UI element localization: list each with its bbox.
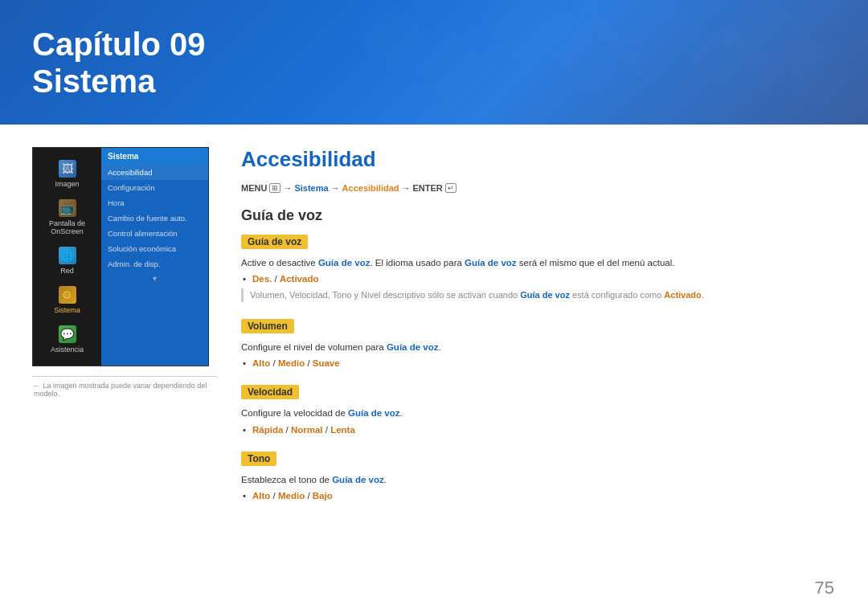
section-velocidad: Velocidad Configure la velocidad de Guía… bbox=[241, 384, 828, 434]
tv-menu-sidebar: 🖼 Imagen 📺 Pantalla de OnScreen 🌐 Red ⚙ … bbox=[33, 148, 208, 366]
menu-item-admin[interactable]: Admin. de disp. bbox=[101, 256, 208, 272]
volumen-description: Configure el nivel de volumen para Guía … bbox=[241, 340, 828, 354]
enter-icon: ↵ bbox=[445, 183, 457, 193]
guia-note: Volumen, Velocidad, Tono y Nivel descrip… bbox=[241, 288, 828, 302]
sidebar-item-label-asistencia: Asistencia bbox=[51, 345, 84, 353]
sidebar-item-imagen[interactable]: 🖼 Imagen bbox=[33, 154, 101, 194]
sidebar-item-red[interactable]: 🌐 Red bbox=[33, 241, 101, 280]
header-title: Capítulo 09Sistema bbox=[32, 26, 206, 100]
menu-path: MENU ⊞ → Sistema → Accesibilidad → ENTER… bbox=[241, 183, 828, 193]
tv-menu: 🖼 Imagen 📺 Pantalla de OnScreen 🌐 Red ⚙ … bbox=[32, 147, 209, 366]
sistema-icon: ⚙ bbox=[59, 286, 76, 304]
sidebar-item-sistema[interactable]: ⚙ Sistema bbox=[33, 280, 101, 320]
guia-description: Active o desactive Guía de voz. El idiom… bbox=[241, 255, 828, 270]
tag-tono: Tono bbox=[241, 452, 276, 466]
menu-item-control-alimentacion[interactable]: Control alimentación bbox=[101, 226, 208, 241]
chapter-label: Capítulo 09 bbox=[32, 27, 206, 62]
sistema-link: Sistema bbox=[294, 183, 328, 193]
sidebar-item-label-sistema: Sistema bbox=[54, 306, 80, 314]
velocidad-options: Rápida / Normal / Lenta bbox=[241, 425, 828, 435]
section-volumen: Volumen Configure el nivel de volumen pa… bbox=[241, 318, 828, 368]
chapter-subject: Sistema bbox=[32, 63, 155, 99]
velocidad-description: Configure la velocidad de Guía de voz. bbox=[241, 406, 828, 420]
chevron-down-icon: ▾ bbox=[101, 272, 208, 285]
accesibilidad-link: Accesibilidad bbox=[342, 183, 399, 193]
menu-item-configuracion[interactable]: Configuración bbox=[101, 180, 208, 195]
tag-velocidad: Velocidad bbox=[241, 385, 299, 399]
tag-volumen: Volumen bbox=[241, 319, 294, 333]
arrow2: → bbox=[331, 183, 340, 193]
arrow1: → bbox=[283, 183, 292, 193]
imagen-icon: 🖼 bbox=[59, 160, 76, 178]
sidebar-item-label-red: Red bbox=[60, 267, 74, 275]
asistencia-icon: 💬 bbox=[59, 325, 76, 343]
page-number: 75 bbox=[815, 578, 834, 599]
tono-description: Establezca el tono de Guía de voz. bbox=[241, 472, 828, 487]
menu-item-cambio-fuente[interactable]: Cambio de fuente auto. bbox=[101, 210, 208, 226]
guia-options: Des. / Activado bbox=[241, 274, 828, 284]
page-header: Capítulo 09Sistema bbox=[0, 0, 868, 125]
pantalla-icon: 📺 bbox=[59, 199, 76, 217]
sidebar-item-asistencia[interactable]: 💬 Asistencia bbox=[33, 320, 101, 359]
main-content: 🖼 Imagen 📺 Pantalla de OnScreen 🌐 Red ⚙ … bbox=[0, 125, 868, 613]
volumen-options: Alto / Medio / Suave bbox=[241, 358, 828, 368]
red-icon: 🌐 bbox=[59, 247, 76, 264]
tv-content-panel: Sistema Accesibilidad Configuración Hora… bbox=[101, 148, 208, 366]
section-title: Accesibilidad bbox=[241, 147, 828, 172]
arrow3: → bbox=[402, 183, 411, 193]
section-tono: Tono Establezca el tono de Guía de voz. … bbox=[241, 451, 828, 501]
right-panel: Accesibilidad MENU ⊞ → Sistema → Accesib… bbox=[241, 147, 836, 597]
footnote-text: La imagen mostrada puede variar dependie… bbox=[34, 382, 207, 398]
tag-guia-de-voz: Guía de voz bbox=[241, 235, 308, 249]
menu-label: MENU bbox=[241, 183, 267, 193]
menu-icon: ⊞ bbox=[269, 183, 280, 193]
sidebar-item-label-pantalla: Pantalla de OnScreen bbox=[37, 219, 97, 235]
menu-item-accesibilidad[interactable]: Accesibilidad bbox=[101, 165, 208, 180]
tv-content-header: Sistema bbox=[101, 148, 208, 165]
tono-options: Alto / Medio / Bajo bbox=[241, 491, 828, 501]
menu-item-hora[interactable]: Hora bbox=[101, 195, 208, 210]
enter-label: ENTER bbox=[413, 183, 443, 193]
sidebar-item-label-imagen: Imagen bbox=[55, 180, 79, 188]
left-panel: 🖼 Imagen 📺 Pantalla de OnScreen 🌐 Red ⚙ … bbox=[32, 147, 217, 597]
subsection-title: Guía de voz bbox=[241, 207, 828, 224]
tv-sidebar: 🖼 Imagen 📺 Pantalla de OnScreen 🌐 Red ⚙ … bbox=[33, 148, 101, 366]
sidebar-item-pantalla[interactable]: 📺 Pantalla de OnScreen bbox=[33, 194, 101, 241]
section-guia-de-voz: Guía de voz Active o desactive Guía de v… bbox=[241, 234, 828, 302]
footnote: – La imagen mostrada puede variar depend… bbox=[32, 376, 217, 398]
menu-item-solucion[interactable]: Solución económica bbox=[101, 241, 208, 256]
